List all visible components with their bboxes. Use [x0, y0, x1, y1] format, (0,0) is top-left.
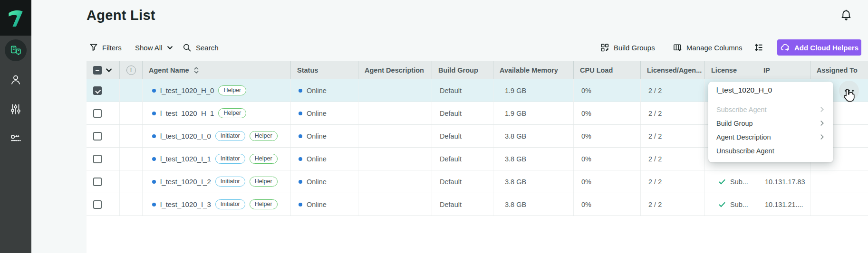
row-checkbox[interactable] [93, 178, 102, 186]
cell-name: l_test_1020_I_1InitiatorHelper [143, 148, 291, 170]
tag-helper: Helper [250, 177, 278, 187]
cell-select [87, 193, 120, 216]
cell-status: Online [291, 79, 358, 102]
status-label: Online [307, 201, 327, 208]
sidebar-item-users[interactable] [5, 69, 27, 91]
agent-status-dot [152, 157, 156, 161]
build-groups-button[interactable]: Build Groups [600, 41, 655, 54]
table-row[interactable]: l_test_1020_I_2InitiatorHelperOnlineDefa… [87, 170, 868, 193]
cell-name: l_test_1020_I_2InitiatorHelper [143, 170, 291, 193]
cell-description [358, 170, 432, 193]
menu-item-build-group[interactable]: Build Group [708, 116, 833, 130]
cell-value: 10.131.17.83 [765, 178, 805, 186]
cell-select [87, 125, 120, 147]
cell-name: l_test_1020_I_0InitiatorHelper [143, 125, 291, 147]
cell-memory: 3.8 GB [493, 125, 574, 147]
selection-menu-chevron-icon[interactable] [106, 67, 112, 74]
sort-icon[interactable] [194, 67, 199, 74]
cell-select [87, 170, 120, 193]
sidebar-nav [0, 36, 31, 150]
cell-alert [120, 148, 143, 170]
cell-value: Default [440, 155, 462, 163]
column-header-alert[interactable]: ! [120, 61, 143, 79]
chevron-right-icon [819, 120, 825, 126]
row-checkbox[interactable] [93, 132, 102, 141]
cell-license: Sub... [705, 170, 757, 193]
cell-licensed: 2 / 2 [641, 193, 705, 216]
tag-helper: Helper [250, 131, 278, 141]
cell-memory: 3.8 GB [493, 170, 574, 193]
cell-value: 0% [581, 87, 591, 94]
cell-value: 2 / 2 [648, 132, 662, 140]
table-row[interactable]: l_test_1020_I_3InitiatorHelperOnlineDefa… [87, 193, 868, 216]
column-header-status[interactable]: Status [291, 61, 358, 79]
column-header-name[interactable]: Agent Name [143, 61, 291, 79]
filters-button[interactable]: Filters [89, 41, 122, 54]
cell-ip: 10.131.21.... [757, 193, 810, 216]
show-all-dropdown[interactable]: Show All [135, 41, 173, 54]
cell-licensed: 2 / 2 [641, 125, 705, 147]
cell-value: 2 / 2 [648, 201, 662, 208]
sidebar-item-agents[interactable] [5, 39, 27, 61]
row-checkbox[interactable] [93, 109, 102, 118]
build-groups-label: Build Groups [614, 44, 655, 52]
columns-edit-icon [673, 43, 682, 52]
column-header-ip[interactable]: IP [757, 61, 810, 79]
menu-item-unsubscribe-agent[interactable]: Unsubscribe Agent [708, 144, 833, 158]
cell-licensed: 2 / 2 [641, 170, 705, 193]
cloud-plus-icon [780, 43, 790, 52]
row-density-button[interactable] [754, 41, 763, 54]
row-checkbox[interactable] [93, 200, 102, 209]
search-button[interactable]: Search [183, 41, 219, 54]
manage-columns-button[interactable]: Manage Columns [673, 41, 743, 54]
row-checkbox[interactable] [93, 155, 102, 163]
cell-build_group: Default [432, 125, 493, 147]
agent-list-page: { "header": { "title": "Agent List" }, "… [0, 0, 868, 253]
cell-value: 3.8 GB [505, 178, 526, 186]
chevron-down-icon [106, 67, 112, 74]
column-label: Status [297, 66, 318, 74]
cell-license: Sub... [705, 193, 757, 216]
select-all-checkbox[interactable] [93, 66, 102, 75]
column-header-cpu[interactable]: CPU Load [574, 61, 641, 79]
column-header-memory[interactable]: Available Memory [493, 61, 574, 79]
sidebar-item-licenses[interactable] [5, 128, 27, 150]
cell-select [87, 148, 120, 170]
tag-initiator: Initiator [215, 199, 245, 209]
menu-item-agent-description[interactable]: Agent Description [708, 130, 833, 144]
cell-description [358, 193, 432, 216]
cell-alert [120, 102, 143, 124]
sidebar-item-settings[interactable] [5, 98, 27, 120]
column-header-licensed[interactable]: Licensed/Agen... [641, 61, 705, 79]
tag-helper: Helper [250, 154, 278, 164]
tag-helper: Helper [250, 199, 278, 209]
license-value: Sub... [730, 178, 748, 186]
column-header-select[interactable] [87, 61, 120, 79]
row-context-menu: l_test_1020_H_0 Subscribe AgentBuild Gro… [708, 82, 833, 162]
menu-item-subscribe-agent[interactable]: Subscribe Agent [708, 103, 833, 116]
cell-value: Default [440, 201, 462, 208]
status-label: Online [307, 132, 327, 140]
column-header-build_group[interactable]: Build Group [432, 61, 493, 79]
show-all-label: Show All [135, 44, 163, 52]
column-header-description[interactable]: Agent Description [358, 61, 432, 79]
status-dot [299, 157, 302, 161]
status-label: Online [307, 178, 327, 186]
notifications-button[interactable] [840, 9, 852, 22]
row-actions-button[interactable] [839, 81, 859, 101]
cell-assigned [810, 170, 868, 193]
cell-value: 2 / 2 [648, 178, 662, 186]
cell-memory: 1.9 GB [493, 79, 574, 102]
cell-alert [120, 79, 143, 102]
context-menu-title: l_test_1020_H_0 [708, 82, 833, 99]
search-label: Search [196, 44, 219, 52]
submenu-chevron-icon [819, 106, 825, 112]
cell-licensed: 2 / 2 [641, 102, 705, 124]
cell-build_group: Default [432, 79, 493, 102]
column-header-license[interactable]: License [705, 61, 757, 79]
column-label: CPU Load [580, 66, 613, 74]
add-cloud-helpers-button[interactable]: Add Cloud Helpers [777, 39, 861, 56]
column-header-assigned[interactable]: Assigned To [810, 61, 868, 79]
app-logo[interactable] [0, 0, 31, 36]
row-checkbox[interactable] [93, 86, 102, 95]
